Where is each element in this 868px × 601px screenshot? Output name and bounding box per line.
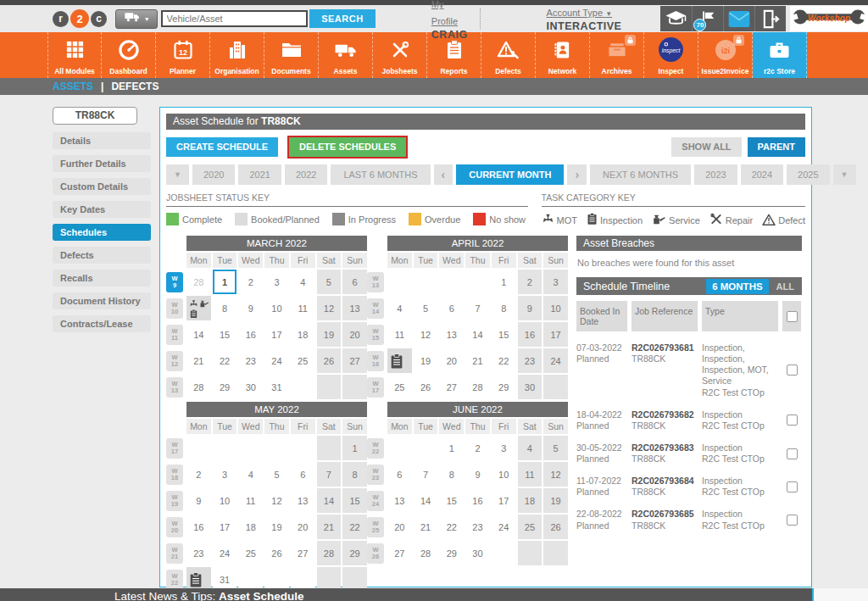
my-profile-link[interactable]: My Profile — [431, 0, 458, 26]
calendar-day[interactable]: 15 — [342, 488, 367, 513]
calendar-day[interactable]: 23 — [238, 348, 263, 373]
show-all-button[interactable]: SHOW ALL — [671, 137, 741, 157]
workshop-logo[interactable]: Workshop — [790, 6, 868, 31]
logout-icon[interactable] — [754, 6, 786, 31]
calendar-day[interactable]: 4 — [238, 462, 263, 487]
calendar-day[interactable]: 24 — [543, 348, 568, 373]
calendar-day[interactable]: 22 — [342, 515, 367, 539]
nav-module-archives[interactable]: Archives — [590, 32, 644, 78]
row-checkbox[interactable] — [787, 481, 798, 492]
calendar-day[interactable]: 4 — [291, 270, 315, 294]
calendar-day[interactable]: 6 — [387, 462, 412, 487]
calendar-day[interactable]: 23 — [465, 515, 490, 539]
calendar-day[interactable]: 14 — [414, 488, 438, 513]
calendar-day[interactable]: 9 — [186, 488, 211, 513]
calendar-day[interactable]: 25 — [518, 515, 542, 539]
calendar-day[interactable]: 15 — [439, 488, 464, 513]
calendar-day[interactable]: 24 — [264, 348, 289, 373]
calendar-day[interactable]: 19 — [543, 488, 568, 513]
nav-module-network[interactable]: Network — [536, 32, 590, 78]
last-6-months-button[interactable]: LAST 6 MONTHS — [331, 164, 430, 185]
sidebar-item-document-history[interactable]: Document History — [53, 292, 151, 309]
calendar-day[interactable]: 14 — [317, 488, 342, 513]
calendar-day[interactable]: 2 — [186, 462, 211, 487]
calendar-day[interactable]: 5 — [264, 462, 289, 487]
sidebar-item-recalls[interactable]: Recalls — [53, 270, 151, 287]
calendar-day[interactable]: 22 — [213, 348, 237, 373]
calendar-day[interactable]: 26 — [414, 375, 438, 399]
calendar-day[interactable]: 8 — [492, 296, 516, 320]
nav-module-issue2invoice[interactable]: i2iIssue2Invoice — [698, 32, 753, 78]
calendar-day[interactable]: 20 — [387, 515, 412, 539]
sidebar-item-defects[interactable]: Defects — [53, 247, 151, 264]
calendar-day[interactable]: 21 — [317, 515, 342, 539]
timeline-all-filter[interactable]: ALL — [769, 279, 802, 294]
graduation-cap-icon[interactable] — [660, 6, 692, 31]
search-input[interactable] — [161, 10, 308, 27]
calendar-day[interactable]: 11 — [238, 488, 263, 513]
calendar-day[interactable]: 19 — [317, 322, 342, 347]
calendar-day[interactable]: 26 — [264, 541, 289, 565]
calendar-day[interactable]: 10 — [264, 296, 289, 320]
calendar-day[interactable]: 16 — [238, 322, 263, 347]
calendar-day[interactable]: 15 — [492, 322, 516, 347]
calendar-day[interactable]: 28 — [186, 270, 211, 294]
nav-module-all-modules[interactable]: All Modules — [47, 32, 102, 78]
calendar-day[interactable]: 12 — [264, 488, 289, 513]
timeline-6months-filter[interactable]: 6 MONTHS — [706, 279, 768, 294]
calendar-day[interactable]: 28 — [465, 375, 490, 399]
calendar-day[interactable]: 23 — [518, 348, 542, 373]
calendar-day[interactable]: 29 — [439, 541, 464, 565]
calendar-day[interactable]: 3 — [264, 270, 289, 294]
calendar-day[interactable]: 13 — [387, 488, 412, 513]
calendar-day[interactable]: 6 — [291, 462, 315, 487]
calendar-day[interactable]: 31 — [264, 375, 289, 399]
nav-module-inspect[interactable]: inspectInspect — [644, 32, 698, 78]
calendar-day[interactable]: 16 — [518, 322, 542, 347]
calendar-day[interactable]: 17 — [213, 515, 237, 539]
calendar-day[interactable]: 24 — [213, 541, 237, 565]
calendar-day[interactable]: 17 — [543, 322, 568, 347]
nav-module-planner[interactable]: 12Planner — [156, 32, 210, 78]
nav-module-jobsheets[interactable]: Jobsheets — [373, 32, 427, 78]
calendar-day[interactable]: 7 — [317, 462, 342, 487]
year-button-2024[interactable]: 2024 — [741, 164, 783, 185]
calendar-day[interactable]: 29 — [342, 541, 367, 565]
year-button-2025[interactable]: 2025 — [787, 164, 829, 185]
calendar-day[interactable]: 1 — [213, 270, 237, 294]
calendar-day[interactable]: 13 — [439, 322, 464, 347]
calendar-day[interactable]: 10 — [492, 462, 516, 487]
calendar-day[interactable]: 23 — [186, 541, 211, 565]
calendar-day[interactable]: 17 — [492, 488, 516, 513]
calendar-day[interactable]: 4 — [387, 296, 412, 320]
calendar-day[interactable]: 10 — [543, 296, 568, 320]
calendar-day[interactable]: 17 — [264, 322, 289, 347]
calendar-day[interactable]: 29 — [492, 375, 516, 399]
calendar-day[interactable]: 20 — [291, 515, 315, 539]
calendar-day[interactable]: 9 — [518, 296, 542, 320]
calendar-day[interactable]: 14 — [465, 322, 490, 347]
calendar-day[interactable]: 5 — [317, 270, 342, 294]
calendar-day[interactable]: 25 — [387, 375, 412, 399]
calendar-day[interactable]: 3 — [543, 270, 568, 294]
subnav-assets[interactable]: ASSETS — [53, 81, 93, 92]
sidebar-item-contracts-lease[interactable]: Contracts/Lease — [53, 315, 151, 332]
calendar-day[interactable]: 1 — [342, 436, 367, 460]
account-type-link[interactable]: Account Type ▼ — [547, 8, 612, 18]
sidebar-item-schedules[interactable]: Schedules — [53, 224, 151, 241]
calendar-day[interactable]: 19 — [414, 348, 438, 373]
calendar-day-event[interactable] — [387, 348, 412, 373]
search-button[interactable]: SEARCH — [309, 9, 376, 28]
calendar-day[interactable]: 30 — [238, 375, 263, 399]
calendar-day[interactable]: 16 — [465, 488, 490, 513]
calendar-day[interactable]: 5 — [414, 296, 438, 320]
calendar-day[interactable]: 27 — [342, 348, 367, 373]
calendar-day[interactable]: 9 — [238, 296, 263, 320]
nav-module-dashboard[interactable]: Dashboard — [102, 32, 156, 78]
year-button-2020[interactable]: 2020 — [192, 164, 235, 185]
calendar-day[interactable]: 5 — [543, 436, 568, 460]
nav-module-assets[interactable]: Assets — [319, 32, 373, 78]
calendar-day[interactable]: 27 — [439, 375, 464, 399]
nav-module-documents[interactable]: Documents — [264, 32, 319, 78]
calendar-day[interactable]: 30 — [465, 541, 490, 565]
